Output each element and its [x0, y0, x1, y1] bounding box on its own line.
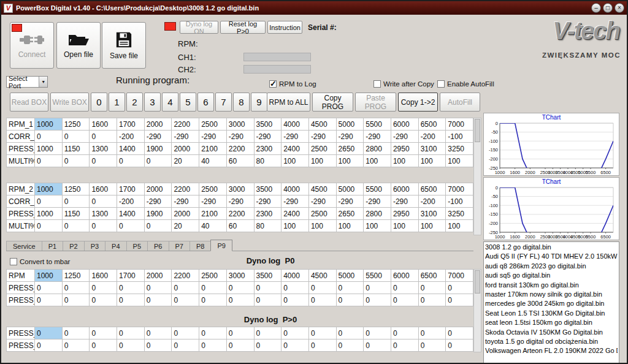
- grid-cell[interactable]: -290: [364, 195, 391, 208]
- prog-tables-scrollbar[interactable]: [473, 118, 481, 235]
- file-item[interactable]: Volkswagen Arteon FL 2.0 190KM 2022 Go D…: [485, 346, 618, 355]
- file-item[interactable]: Skoda Octavia IV 150KM Go Digital.bin: [485, 328, 618, 337]
- grid-cell[interactable]: 0: [281, 294, 309, 306]
- grid-cell[interactable]: 1900: [144, 208, 172, 220]
- grid-cell[interactable]: -290: [336, 195, 364, 208]
- grid-cell[interactable]: 2200: [226, 208, 254, 220]
- grid-cell[interactable]: 2300: [254, 143, 281, 155]
- grid-cell[interactable]: 1600: [90, 183, 117, 195]
- grid-cell[interactable]: -290: [281, 195, 309, 208]
- grid-cell[interactable]: 0: [254, 339, 281, 352]
- reset-log-button[interactable]: Reset log P>0: [220, 21, 266, 34]
- grid-cell[interactable]: 0: [336, 339, 364, 352]
- grid-cell[interactable]: 0: [391, 294, 418, 306]
- grid-cell[interactable]: -290: [226, 195, 254, 208]
- file-item[interactable]: 3008 1.2 go digital.bin: [485, 243, 618, 252]
- file-item[interactable]: toyota 1.5 go digital od obciążenia.bin: [485, 337, 618, 346]
- grid-cell[interactable]: 100: [281, 155, 309, 167]
- grid-cell[interactable]: 0: [199, 327, 227, 339]
- grid-cell[interactable]: 0: [308, 339, 336, 352]
- grid-cell[interactable]: 0: [308, 294, 336, 306]
- grid-cell[interactable]: 2000: [172, 143, 199, 155]
- grid-cell[interactable]: 100: [281, 220, 309, 232]
- grid-cell[interactable]: 2000: [144, 183, 172, 195]
- grid-cell[interactable]: 2950: [391, 143, 418, 155]
- grid-cell[interactable]: 0: [62, 131, 90, 143]
- grid-cell[interactable]: -290: [226, 131, 254, 143]
- grid-cell[interactable]: 1600: [90, 270, 117, 282]
- autofill-button[interactable]: AutoFill: [440, 93, 480, 112]
- grid-cell[interactable]: 2000: [144, 270, 172, 282]
- grid-cell[interactable]: 7000: [446, 183, 473, 195]
- grid-cell[interactable]: -290: [199, 195, 227, 208]
- grid-cell[interactable]: 6500: [418, 183, 446, 195]
- grid-cell[interactable]: 0: [144, 220, 172, 232]
- file-item[interactable]: audi q8 286km 2023 go digital.bin: [485, 262, 618, 271]
- grid-cell[interactable]: 0: [90, 195, 117, 208]
- grid-cell[interactable]: 1000: [35, 270, 63, 282]
- grid-cell[interactable]: -290: [391, 195, 418, 208]
- grid-cell[interactable]: -290: [254, 131, 281, 143]
- grid-cell[interactable]: 2800: [364, 143, 391, 155]
- tab-p5[interactable]: P5: [126, 241, 148, 251]
- digit-button-0[interactable]: 0: [91, 93, 107, 112]
- grid-cell[interactable]: 2000: [172, 208, 199, 220]
- grid-cell[interactable]: 1700: [117, 183, 145, 195]
- grid-cell[interactable]: 0: [117, 294, 145, 306]
- grid-cell[interactable]: -290: [308, 195, 336, 208]
- grid-cell[interactable]: 0: [281, 282, 309, 294]
- grid-cell[interactable]: -200: [117, 195, 145, 208]
- grid-cell[interactable]: -290: [172, 195, 199, 208]
- grid-cell[interactable]: 0: [35, 327, 63, 339]
- grid-cell[interactable]: 0: [446, 327, 473, 339]
- grid-cell[interactable]: 0: [172, 327, 199, 339]
- grid-cell[interactable]: 2950: [391, 208, 418, 220]
- grid-cell[interactable]: 0: [308, 282, 336, 294]
- grid-cell[interactable]: 1700: [117, 118, 145, 131]
- tab-p8[interactable]: P8: [190, 241, 211, 251]
- grid-cell[interactable]: 40: [199, 220, 227, 232]
- grid-cell[interactable]: 100: [336, 155, 364, 167]
- tab-p1[interactable]: P1: [42, 241, 63, 251]
- grid-cell[interactable]: 2000: [144, 118, 172, 131]
- grid-cell[interactable]: 5000: [336, 118, 364, 131]
- grid-cell[interactable]: 3500: [254, 118, 281, 131]
- grid-cell[interactable]: 0: [336, 294, 364, 306]
- grid-cell[interactable]: 0: [117, 220, 145, 232]
- save-file-button[interactable]: Save file: [102, 22, 146, 69]
- grid-cell[interactable]: -100: [446, 195, 473, 208]
- grid-cell[interactable]: -290: [254, 195, 281, 208]
- grid-cell[interactable]: 80: [254, 155, 281, 167]
- grid-cell[interactable]: 0: [90, 339, 117, 352]
- grid-cell[interactable]: 100: [391, 155, 418, 167]
- digit-button-7[interactable]: 7: [215, 93, 232, 112]
- grid-cell[interactable]: 0: [117, 339, 145, 352]
- grid-cell[interactable]: 2300: [254, 208, 281, 220]
- grid-cell[interactable]: 0: [364, 294, 391, 306]
- grid-cell[interactable]: -290: [308, 131, 336, 143]
- open-file-button[interactable]: Open file: [56, 22, 101, 69]
- grid-cell[interactable]: 0: [62, 282, 90, 294]
- grid-cell[interactable]: 4000: [281, 270, 309, 282]
- grid-cell[interactable]: 20: [172, 220, 199, 232]
- dyno-log-on-button[interactable]: Dyno log ON: [180, 21, 218, 34]
- digit-button-9[interactable]: 9: [251, 93, 267, 112]
- digit-button-1[interactable]: 1: [109, 93, 125, 112]
- grid-cell[interactable]: 0: [62, 155, 90, 167]
- grid-cell[interactable]: -290: [281, 131, 309, 143]
- rpm-to-all-button[interactable]: RPM to ALL: [267, 93, 310, 112]
- grid-cell[interactable]: 1250: [62, 270, 90, 282]
- digit-button-6[interactable]: 6: [197, 93, 214, 112]
- grid-cell[interactable]: 0: [62, 294, 90, 306]
- file-item[interactable]: audi sq5 go digital.bin: [485, 271, 618, 280]
- write-after-copy-checkbox[interactable]: Write after Copy: [373, 80, 434, 88]
- grid-cell[interactable]: 1700: [117, 270, 145, 282]
- grid-cell[interactable]: 2650: [336, 208, 364, 220]
- grid-cell[interactable]: 0: [90, 220, 117, 232]
- grid-cell[interactable]: 0: [35, 195, 63, 208]
- grid-cell[interactable]: 5000: [336, 183, 364, 195]
- grid-cell[interactable]: 0: [391, 282, 418, 294]
- grid-cell[interactable]: 20: [172, 155, 199, 167]
- grid-cell[interactable]: 3000: [226, 270, 254, 282]
- grid-cell[interactable]: 3000: [226, 183, 254, 195]
